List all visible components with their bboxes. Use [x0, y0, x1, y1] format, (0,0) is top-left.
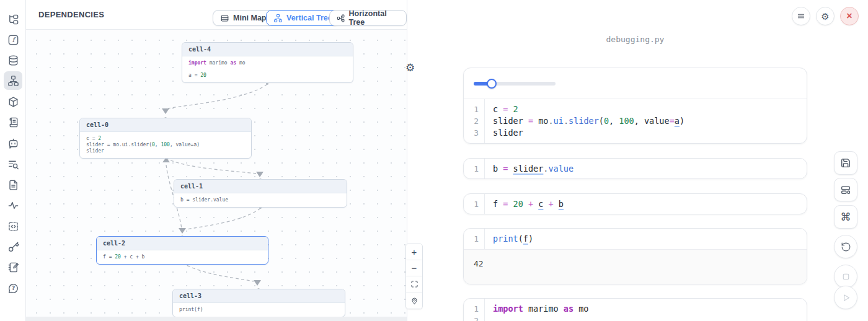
code-editor[interactable]: 1 print(f) — [464, 229, 807, 249]
undo-button[interactable] — [834, 235, 857, 258]
save-icon — [840, 157, 851, 169]
save-button[interactable] — [834, 151, 857, 175]
code-editor[interactable]: 123 c = 2slider = mo.ui.slider(0, 100, v… — [464, 99, 807, 143]
notebook-cell-print[interactable]: 1 print(f) 42 — [463, 228, 807, 284]
notebook-cell-f[interactable]: 1 f = 20 + c + b — [463, 193, 807, 214]
horizontal-tree-button[interactable]: Horizontal Tree — [329, 10, 407, 26]
graph-node-title: cell-2 — [97, 237, 268, 250]
graph-node-cell-3[interactable]: cell-3 print(f) — [172, 289, 345, 317]
zoom-in-button[interactable]: + — [406, 244, 422, 260]
notebook-cell-slider[interactable]: 123 c = 2slider = mo.ui.slider(0, 100, v… — [463, 68, 807, 144]
documentation-icon[interactable] — [4, 175, 22, 194]
notebook-cell-import[interactable]: 12 import marimo as mo — [463, 298, 807, 321]
code-lines: print(f) — [485, 229, 807, 249]
panel-scrollbar-track — [26, 317, 407, 321]
helper-panel-rail: f ? — [0, 0, 26, 321]
graph-node-code: b = slider.value — [174, 193, 347, 207]
graph-zoom-controls: + − — [405, 244, 423, 309]
help-icon[interactable]: ? — [4, 279, 22, 297]
slider-track[interactable] — [474, 82, 556, 86]
graph-settings-gear-icon[interactable]: ⚙ — [405, 61, 415, 74]
code-lines: b = slider.value — [485, 159, 807, 179]
line-numbers: 123 — [464, 99, 485, 143]
vertical-tree-button[interactable]: Vertical Tree — [266, 10, 340, 26]
mini-map-label: Mini Map — [233, 14, 266, 22]
slider-output-area — [464, 68, 807, 99]
shutdown-button[interactable]: × — [840, 7, 859, 25]
graph-node-title: cell-0 — [80, 118, 251, 132]
location-pin-icon — [410, 297, 418, 305]
notebook-cell-b[interactable]: 1 b = slider.value — [463, 158, 807, 179]
secrets-icon[interactable] — [4, 237, 22, 256]
graph-node-code: print(f) — [173, 303, 345, 317]
mini-map-icon — [220, 14, 229, 23]
dependencies-panel: DEPENDENCIES × — [26, 0, 407, 321]
database-icon[interactable] — [4, 51, 22, 69]
graph-node-cell-1[interactable]: cell-1 b = slider.value — [174, 179, 347, 208]
horizontal-tree-label: Horizontal Tree — [349, 9, 399, 27]
notebook-filename: debugging.py — [463, 35, 807, 44]
logs-icon[interactable] — [4, 113, 22, 131]
code-editor[interactable]: 1 b = slider.value — [464, 159, 807, 179]
graph-node-cell-0[interactable]: cell-0 c = 2slider = mo.ui.slider(0, 100… — [79, 118, 252, 159]
svg-text:?: ? — [11, 285, 14, 291]
mini-map-button[interactable]: Mini Map — [213, 10, 273, 26]
gear-icon: ⚙ — [821, 12, 829, 21]
graph-node-code: f = 20 + c + b — [97, 250, 268, 264]
graph-node-code: c = 2slider = mo.ui.slider(0, 100, value… — [80, 132, 251, 158]
stop-button[interactable] — [834, 265, 857, 288]
keyboard-shortcuts-button[interactable]: ⌘ — [834, 205, 857, 229]
run-button[interactable] — [834, 286, 857, 309]
play-icon — [841, 292, 851, 303]
line-numbers: 1 — [464, 194, 485, 214]
panel-layout-button[interactable] — [834, 178, 857, 201]
code-editor[interactable]: 12 import marimo as mo — [464, 299, 807, 321]
file-tree-icon[interactable] — [4, 10, 22, 29]
snippets-icon[interactable] — [4, 217, 22, 235]
line-numbers: 12 — [464, 299, 485, 321]
panel-title: DEPENDENCIES — [38, 10, 104, 19]
graph-node-code: import marimo as mo a = 20 — [182, 56, 353, 82]
code-lines: f = 20 + c + b — [485, 194, 807, 214]
graph-node-cell-4[interactable]: cell-4 import marimo as mo a = 20 — [182, 42, 353, 83]
center-selection-button[interactable] — [406, 292, 422, 309]
scratchpad-icon[interactable] — [4, 258, 22, 276]
horizontal-tree-icon — [337, 14, 345, 23]
code-lines: import marimo as mo — [485, 299, 807, 321]
marimo-app: f ? DEPENDENCIES × — [0, 0, 868, 321]
slider-thumb[interactable] — [487, 79, 497, 89]
notebook-settings-button[interactable]: ⚙ — [816, 7, 835, 25]
chat-icon[interactable] — [4, 134, 22, 152]
graph-node-title: cell-1 — [174, 180, 347, 193]
function-icon[interactable]: f — [4, 30, 22, 49]
package-icon[interactable] — [4, 92, 22, 111]
dependency-graph-canvas[interactable]: cell-4 import marimo as mo a = 20 cell-0… — [26, 30, 407, 317]
dependency-graph-icon[interactable] — [4, 71, 22, 90]
close-icon: × — [846, 11, 852, 21]
vertical-tree-label: Vertical Tree — [286, 14, 332, 22]
outline-search-icon[interactable] — [4, 155, 22, 174]
line-numbers: 1 — [464, 229, 485, 249]
code-lines: c = 2slider = mo.ui.slider(0, 100, value… — [485, 99, 807, 143]
stop-icon — [841, 271, 851, 282]
zoom-out-button[interactable]: − — [406, 260, 422, 276]
code-editor[interactable]: 1 f = 20 + c + b — [464, 194, 807, 214]
notebook-menu-button[interactable] — [792, 7, 810, 25]
fullscreen-icon — [410, 280, 418, 288]
vertical-tree-icon — [273, 14, 283, 23]
tracing-icon[interactable] — [4, 196, 22, 214]
graph-node-title: cell-4 — [182, 43, 353, 56]
svg-text:f: f — [12, 36, 16, 43]
hamburger-menu-icon — [797, 12, 805, 20]
layout-icon — [840, 184, 851, 195]
fit-view-button[interactable] — [406, 276, 422, 292]
graph-node-cell-2-selected[interactable]: cell-2 f = 20 + c + b — [96, 236, 268, 265]
undo-icon — [841, 242, 851, 252]
graph-node-title: cell-3 — [173, 289, 345, 303]
command-icon: ⌘ — [841, 212, 851, 222]
cell-output: 42 — [464, 249, 807, 284]
line-numbers: 1 — [464, 159, 485, 179]
